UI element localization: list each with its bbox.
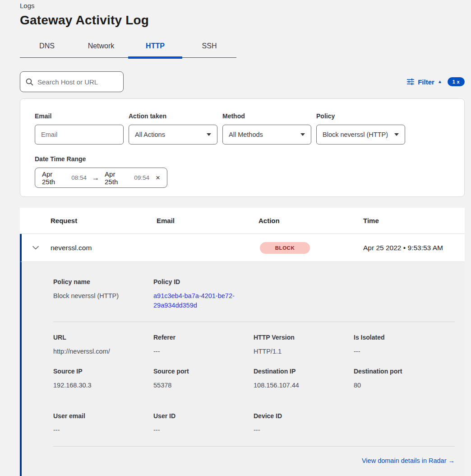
detail-field-destination-port: Destination port 80	[354, 368, 454, 390]
detail-field-referer: Referer ---	[153, 334, 254, 356]
email-filter-input-box[interactable]	[35, 125, 124, 145]
policy-name-label: Policy name	[53, 278, 153, 286]
policy-filter-label: Policy	[316, 112, 405, 120]
caret-down-icon	[394, 133, 399, 136]
email-filter-input[interactable]	[41, 131, 117, 138]
http-version-value: HTTP/1.1	[254, 347, 354, 356]
detail-field-user-email: User email ---	[53, 412, 153, 434]
table-header: Request Email Action Time	[20, 208, 465, 234]
policy-selected-value: Block neverssl (HTTP)	[323, 131, 388, 138]
column-header-time: Time	[363, 217, 465, 224]
breadcrumb[interactable]: Logs	[20, 2, 471, 9]
gateway-activity-log-page: Logs Gateway Activity Log DNS Network HT…	[0, 0, 471, 476]
end-date[interactable]: Apr 25th	[105, 170, 129, 186]
destination-port-value: 80	[354, 381, 454, 390]
date-range-label: Date Time Range	[35, 155, 450, 163]
email-filter-label: Email	[35, 112, 124, 120]
page-header: Logs Gateway Activity Log	[0, 0, 471, 28]
is-isolated-value: ---	[354, 347, 454, 356]
row-action: BLOCK	[259, 242, 363, 254]
detail-field-destination-ip: Destination IP 108.156.107.44	[254, 368, 354, 390]
radar-link-row: View domain details in Radar →	[53, 457, 455, 465]
block-status-badge: BLOCK	[260, 242, 310, 254]
start-date[interactable]: Apr 25th	[42, 170, 67, 186]
filter-field-policy: Policy Block neverssl (HTTP)	[316, 112, 405, 145]
device-id-label: Device ID	[254, 412, 354, 420]
row-request: neverssl.com	[51, 244, 157, 252]
referer-value: ---	[153, 347, 254, 356]
row-expand-toggle[interactable]	[22, 246, 51, 250]
action-taken-filter-label: Action taken	[129, 112, 217, 120]
end-time[interactable]: 09:54	[134, 174, 149, 181]
detail-section-user: User email --- User ID --- Device ID ---	[53, 390, 455, 434]
caret-down-icon	[300, 133, 305, 136]
view-domain-in-radar-link[interactable]: View domain details in Radar →	[362, 457, 455, 464]
clear-date-range-icon[interactable]: ×	[156, 174, 160, 182]
destination-port-label: Destination port	[354, 368, 454, 375]
active-tab-indicator	[128, 56, 182, 59]
destination-ip-label: Destination IP	[254, 368, 354, 375]
url-label: URL	[53, 334, 153, 341]
start-time[interactable]: 08:54	[71, 174, 87, 181]
table-row[interactable]: neverssl.com BLOCK Apr 25 2022 • 9:53:53…	[20, 234, 465, 262]
page-title: Gateway Activity Log	[20, 13, 471, 28]
tab-dns[interactable]: DNS	[20, 37, 74, 57]
filter-button-label: Filter	[418, 78, 434, 86]
detail-section-request: URL http://neverssl.com/ Referer --- HTT…	[53, 322, 455, 356]
detail-field-is-isolated: Is Isolated ---	[354, 334, 454, 356]
method-selected-value: All Methods	[229, 131, 263, 138]
device-id-value: ---	[254, 425, 354, 434]
tab-http[interactable]: HTTP	[128, 37, 182, 57]
toolbar: Filter ▲ 1 x	[20, 71, 465, 92]
user-id-label: User ID	[153, 412, 254, 420]
filter-row-fields: Email Action taken All Actions Method Al…	[35, 112, 450, 145]
http-version-label: HTTP Version	[254, 334, 354, 341]
action-taken-select[interactable]: All Actions	[129, 125, 217, 145]
detail-section-connection: Source IP 192.168.30.3 Source port 55378…	[53, 356, 455, 390]
filter-sliders-icon	[406, 78, 415, 85]
filter-field-date-range: Date Time Range Apr 25th 08:54 → Apr 25t…	[35, 155, 450, 188]
filter-field-email: Email	[35, 112, 124, 145]
row-time: Apr 25 2022 • 9:53:53 AM	[363, 244, 465, 252]
filter-button[interactable]: Filter ▲	[406, 78, 442, 86]
tab-ssh[interactable]: SSH	[182, 37, 236, 57]
tab-network[interactable]: Network	[74, 37, 128, 57]
filter-field-method: Method All Methods	[222, 112, 311, 145]
section-divider	[53, 446, 455, 447]
search-icon	[26, 78, 33, 86]
referer-label: Referer	[153, 334, 254, 341]
chevron-down-icon	[32, 246, 39, 250]
search-input[interactable]	[37, 78, 118, 86]
filter-count-badge[interactable]: 1 x	[448, 77, 465, 86]
detail-field-policy-name: Policy name Block neverssl (HTTP)	[53, 278, 153, 310]
search-box[interactable]	[20, 71, 124, 92]
detail-field-user-id: User ID ---	[153, 412, 254, 434]
method-select[interactable]: All Methods	[222, 125, 311, 145]
policy-id-link[interactable]: a91c3eb4-ba7a-4201-be72-29a934dd359d	[153, 291, 241, 310]
method-filter-label: Method	[222, 112, 311, 120]
detail-section-policy: Policy name Block neverssl (HTTP) Policy…	[53, 262, 455, 322]
user-email-label: User email	[53, 412, 153, 420]
policy-id-label: Policy ID	[153, 278, 254, 286]
filter-field-action-taken: Action taken All Actions	[129, 112, 217, 145]
policy-name-value: Block neverssl (HTTP)	[53, 291, 153, 310]
detail-field-source-port: Source port 55378	[153, 368, 254, 390]
activity-log-table: Request Email Action Time neverssl.com B…	[20, 208, 465, 476]
caret-down-icon	[207, 133, 211, 136]
policy-select[interactable]: Block neverssl (HTTP)	[316, 125, 405, 145]
filter-panel: Email Action taken All Actions Method Al…	[20, 98, 465, 197]
url-value: http://neverssl.com/	[53, 347, 153, 356]
caret-up-icon: ▲	[438, 79, 442, 84]
arrow-right-icon: →	[92, 174, 99, 182]
detail-field-device-id: Device ID ---	[254, 412, 354, 434]
detail-field-source-ip: Source IP 192.168.30.3	[53, 368, 153, 390]
source-ip-value: 192.168.30.3	[53, 381, 153, 390]
date-range-picker[interactable]: Apr 25th 08:54 → Apr 25th 09:54 ×	[35, 168, 167, 188]
column-header-request: Request	[51, 217, 157, 224]
user-id-value: ---	[153, 425, 254, 434]
tab-bar: DNS Network HTTP SSH	[20, 37, 236, 58]
detail-field-url: URL http://neverssl.com/	[53, 334, 153, 356]
row-details-panel: Policy name Block neverssl (HTTP) Policy…	[20, 262, 465, 476]
filter-controls: Filter ▲ 1 x	[406, 77, 465, 86]
is-isolated-label: Is Isolated	[354, 334, 454, 341]
